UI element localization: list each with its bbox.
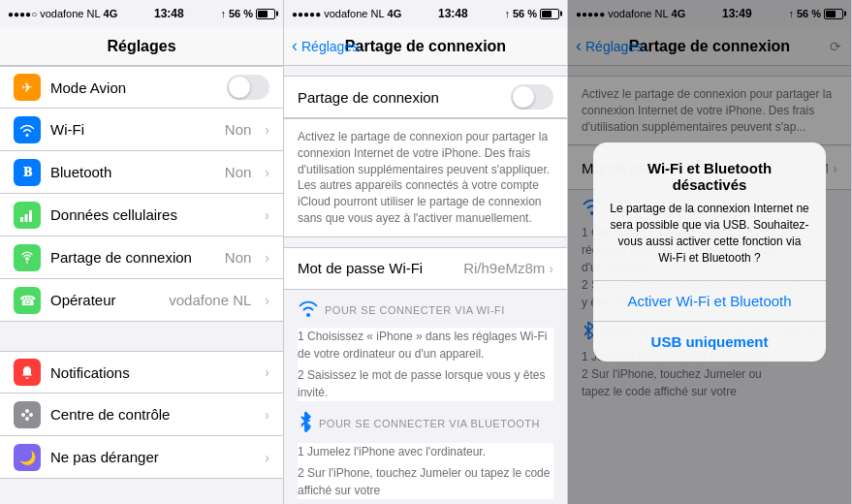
bt-instructions: 1 Jumelez l'iPhone avec l'ordinateur. 2 … — [298, 443, 553, 499]
carrier-1: vodafone NL — [40, 8, 100, 19]
status-bar-2: ●●●●● vodafone NL 4G 13:48 ↑ 56 % — [284, 0, 567, 27]
hotspot-value: Non — [225, 249, 252, 266]
section-group-1: ✈ Mode Avion Wi-Fi Non › — [0, 66, 283, 322]
list-item-control[interactable]: Centre de contrôle › — [0, 394, 283, 436]
hotspot-toggle-thumb — [513, 86, 534, 108]
nav-bar-1: Réglages — [0, 27, 283, 66]
control-icon — [14, 401, 41, 428]
dnd-icon: 🌙 — [14, 444, 41, 471]
wifi-password-value: Ri/h9eMz8m — [463, 260, 545, 276]
nav-bar-2: ‹ Réglages Partage de connexion — [284, 27, 567, 66]
alert-title: Wi-Fi et Bluetooth désactivés — [593, 142, 826, 201]
wifi-label: Wi-Fi — [50, 121, 215, 138]
back-label-2[interactable]: Réglages — [301, 39, 359, 54]
status-bar-1: ●●●●○ vodafone NL 4G 13:48 ↑ 56 % — [0, 0, 283, 27]
nav-back-2[interactable]: ‹ Réglages — [292, 36, 359, 56]
carrier-2: vodafone NL — [324, 8, 384, 19]
section-group-2: Notifications › Centre de contrôle › — [0, 351, 283, 479]
airplane-label: Mode Avion — [50, 79, 217, 96]
svg-point-4 — [21, 413, 25, 417]
list-item-wifi[interactable]: Wi-Fi Non › — [0, 109, 283, 151]
battery-percent-1: 56 % — [229, 8, 253, 19]
list-item-notifications[interactable]: Notifications › — [0, 351, 283, 394]
signal-dots-1: ●●●●○ — [8, 9, 37, 19]
nav-title-2: Partage de connexion — [345, 38, 506, 55]
bt-step-2: 2 Sur l'iPhone, touchez Jumeler ou tapez… — [298, 464, 553, 499]
list-item-hotspot-toggle[interactable]: Partage de connexion — [284, 76, 567, 118]
control-chevron: › — [265, 407, 269, 423]
panel-hotspot: ●●●●● vodafone NL 4G 13:48 ↑ 56 % ‹ Régl… — [284, 0, 568, 504]
cellular-label: Données cellulaires — [50, 206, 255, 223]
dnd-label: Ne pas déranger — [50, 449, 255, 465]
status-right-1: ↑ 56 % — [220, 8, 275, 19]
wifi-step-2: 2 Saisissez le mot de passe lorsque vous… — [298, 366, 553, 401]
nav-title-1: Réglages — [107, 38, 175, 55]
alert-message: Le partage de la connexion Internet ne s… — [593, 201, 826, 279]
bt-instr-header: POUR SE CONNECTER VIA BLUETOOTH — [298, 411, 540, 437]
back-chevron-2: ‹ — [292, 36, 298, 56]
hotspot-toggle[interactable] — [511, 84, 553, 110]
svg-point-5 — [25, 409, 29, 413]
bt-step-1: 1 Jumelez l'iPhone avec l'ordinateur. — [298, 443, 553, 460]
battery-percent-2: 56 % — [513, 8, 537, 19]
panel-hotspot-modal: ●●●●● vodafone NL 4G 13:49 ↑ 56 % ‹ Régl… — [568, 0, 852, 504]
carrier-label: Opérateur — [50, 292, 159, 308]
wifi-instr-header-text: POUR SE CONNECTER VIA WI-FI — [325, 304, 505, 316]
list-item-cellular[interactable]: Données cellulaires › — [0, 194, 283, 236]
list-item-bluetooth[interactable]: 𝐁 Bluetooth Non › — [0, 151, 283, 194]
status-time-2: 13:48 — [438, 7, 468, 20]
network-type-2: 4G — [388, 8, 402, 19]
bt-instr-section: POUR SE CONNECTER VIA BLUETOOTH 1 Jumele… — [284, 405, 567, 503]
airplane-icon: ✈ — [14, 74, 41, 101]
notifications-label: Notifications — [50, 364, 255, 381]
network-type-1: 4G — [104, 8, 118, 19]
settings-list-2: Partage de connexion Activez le partage … — [284, 66, 567, 504]
notifications-icon — [14, 359, 41, 386]
list-item-carrier[interactable]: ☎ Opérateur vodafone NL › — [0, 279, 283, 322]
wifi-instr-section: POUR SE CONNECTER VIA WI-FI 1 Choisissez… — [284, 290, 567, 405]
airplane-toggle[interactable] — [227, 75, 269, 100]
wifi-instr-header: POUR SE CONNECTER VIA WI-FI — [298, 299, 505, 322]
hotspot-label: Partage de connexion — [50, 249, 215, 266]
notifications-chevron: › — [265, 364, 269, 380]
alert-button-enable-wifi-bt[interactable]: Activer Wi-Fi et Bluetooth — [593, 281, 826, 322]
wifi-instr-icon — [298, 299, 319, 322]
modal-overlay: Wi-Fi et Bluetooth désactivés Le partage… — [568, 0, 851, 504]
status-left-2: ●●●●● vodafone NL 4G — [292, 8, 401, 19]
carrier-value: vodafone NL — [169, 292, 251, 308]
wifi-icon — [14, 116, 41, 143]
cellular-chevron: › — [265, 207, 269, 223]
signal-dots-2: ●●●●● — [292, 9, 321, 19]
wifi-password-label: Mot de passe Wi-Fi — [298, 260, 463, 276]
carrier-chevron: › — [265, 293, 269, 308]
status-right-2: ↑ 56 % — [504, 8, 559, 19]
wifi-step-1: 1 Choisissez « iPhone » dans les réglage… — [298, 328, 553, 362]
svg-point-7 — [25, 417, 29, 421]
wifi-instructions: 1 Choisissez « iPhone » dans les réglage… — [298, 328, 553, 401]
svg-point-3 — [25, 257, 29, 261]
signal-arrow-1: ↑ — [220, 8, 226, 19]
wifi-chevron: › — [265, 122, 269, 138]
bluetooth-icon: 𝐁 — [14, 159, 41, 186]
bluetooth-value: Non — [225, 164, 252, 180]
svg-point-6 — [29, 413, 33, 417]
hotspot-icon — [14, 244, 41, 271]
battery-icon-2 — [540, 9, 559, 19]
battery-icon-1 — [256, 9, 275, 19]
bt-instr-icon — [298, 411, 313, 437]
settings-list-1: ✈ Mode Avion Wi-Fi Non › — [0, 66, 283, 504]
hotspot-desc-text: Activez le partage de connexion pour par… — [298, 130, 550, 225]
hotspot-chevron: › — [265, 250, 269, 266]
section-separator-1 — [0, 322, 283, 351]
dnd-chevron: › — [265, 450, 269, 465]
list-item-hotspot[interactable]: Partage de connexion Non › — [0, 236, 283, 279]
bt-instr-header-text: POUR SE CONNECTER VIA BLUETOOTH — [319, 418, 540, 429]
status-left-1: ●●●●○ vodafone NL 4G — [8, 8, 117, 19]
list-item-airplane[interactable]: ✈ Mode Avion — [0, 66, 283, 109]
list-item-dnd[interactable]: 🌙 Ne pas déranger › — [0, 436, 283, 479]
carrier-icon: ☎ — [14, 287, 41, 314]
hotspot-description: Activez le partage de connexion pour par… — [284, 118, 567, 237]
alert-button-usb-only[interactable]: USB uniquement — [593, 322, 826, 362]
signal-arrow-2: ↑ — [504, 8, 510, 19]
wifi-password-row[interactable]: Mot de passe Wi-Fi Ri/h9eMz8m › — [284, 247, 567, 290]
